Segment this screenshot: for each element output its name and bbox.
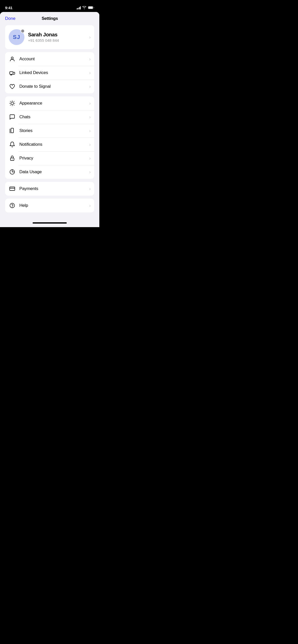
menu-item-chats[interactable]: Chats ›	[5, 110, 94, 124]
profile-card: SJ Sarah Jonas +91 6355 048 844 ›	[5, 25, 94, 49]
section1-card: Account › Linked Devices ›	[5, 52, 94, 93]
donate-chevron: ›	[89, 84, 91, 89]
chats-icon	[9, 113, 16, 121]
menu-item-privacy[interactable]: Privacy ›	[5, 151, 94, 165]
notifications-label: Notifications	[19, 142, 86, 147]
privacy-chevron: ›	[89, 156, 91, 161]
donate-label: Donate to Signal	[19, 84, 86, 89]
menu-item-stories[interactable]: Stories ›	[5, 124, 94, 138]
status-icons	[77, 6, 94, 10]
notifications-icon	[9, 141, 16, 148]
appearance-icon	[9, 100, 16, 107]
svg-rect-3	[10, 72, 13, 74]
chats-label: Chats	[19, 114, 86, 120]
payments-icon	[9, 185, 16, 192]
privacy-label: Privacy	[19, 156, 86, 161]
menu-item-data-usage[interactable]: Data Usage ›	[5, 165, 94, 179]
battery-icon	[88, 6, 94, 10]
section3-card: Payments ›	[5, 182, 94, 196]
menu-item-help[interactable]: Help ›	[5, 199, 94, 212]
avatar-badge	[21, 29, 25, 33]
svg-point-14	[12, 207, 12, 207]
svg-rect-1	[88, 6, 93, 9]
help-icon	[9, 202, 16, 209]
stories-label: Stories	[19, 128, 86, 133]
linked-devices-icon	[9, 69, 16, 76]
account-label: Account	[19, 56, 86, 62]
menu-item-payments[interactable]: Payments ›	[5, 182, 94, 196]
scroll-content: SJ Sarah Jonas +91 6355 048 844 ›	[0, 23, 99, 217]
nav-bar: Done Settings	[0, 12, 99, 23]
account-icon	[9, 55, 16, 63]
account-chevron: ›	[89, 56, 91, 62]
page-title: Settings	[42, 16, 58, 21]
section4-card: Help ›	[5, 199, 94, 212]
help-chevron: ›	[89, 203, 91, 208]
menu-item-notifications[interactable]: Notifications ›	[5, 138, 94, 151]
appearance-label: Appearance	[19, 101, 86, 106]
status-time: 9:41	[5, 6, 12, 10]
linked-devices-chevron: ›	[89, 70, 91, 76]
menu-item-account[interactable]: Account ›	[5, 52, 94, 66]
data-usage-chevron: ›	[89, 169, 91, 175]
data-usage-icon	[9, 168, 16, 175]
menu-item-donate[interactable]: Donate to Signal ›	[5, 80, 94, 93]
svg-rect-7	[11, 128, 13, 133]
stories-icon	[9, 127, 16, 134]
privacy-icon	[9, 155, 16, 162]
profile-phone: +91 6355 048 844	[28, 38, 86, 42]
help-label: Help	[19, 203, 86, 208]
profile-info: Sarah Jonas +91 6355 048 844	[28, 32, 86, 42]
profile-name: Sarah Jonas	[28, 32, 86, 38]
signal-bars-icon	[77, 6, 81, 9]
done-button[interactable]: Done	[5, 16, 16, 21]
wifi-icon	[82, 6, 86, 10]
profile-chevron: ›	[89, 35, 91, 40]
appearance-chevron: ›	[89, 101, 91, 106]
svg-point-9	[12, 159, 12, 159]
home-bar	[33, 222, 67, 224]
svg-rect-11	[10, 187, 15, 191]
svg-point-6	[11, 102, 13, 105]
status-bar: 9:41	[0, 0, 99, 12]
avatar-initials: SJ	[13, 34, 20, 40]
payments-label: Payments	[19, 186, 86, 191]
menu-item-appearance[interactable]: Appearance ›	[5, 96, 94, 110]
payments-chevron: ›	[89, 186, 91, 192]
linked-devices-label: Linked Devices	[19, 70, 86, 75]
chats-chevron: ›	[89, 114, 91, 120]
avatar: SJ	[9, 29, 24, 45]
svg-point-2	[11, 57, 13, 59]
data-usage-label: Data Usage	[19, 169, 86, 174]
stories-chevron: ›	[89, 128, 91, 134]
menu-item-linked-devices[interactable]: Linked Devices ›	[5, 66, 94, 80]
home-indicator	[0, 218, 99, 227]
page-wrapper: Done Settings SJ Sarah Jonas +91 6355 04…	[0, 12, 99, 227]
notifications-chevron: ›	[89, 142, 91, 147]
donate-icon	[9, 83, 16, 90]
profile-row[interactable]: SJ Sarah Jonas +91 6355 048 844 ›	[5, 25, 94, 49]
section2-card: Appearance › Chats ›	[5, 96, 94, 179]
